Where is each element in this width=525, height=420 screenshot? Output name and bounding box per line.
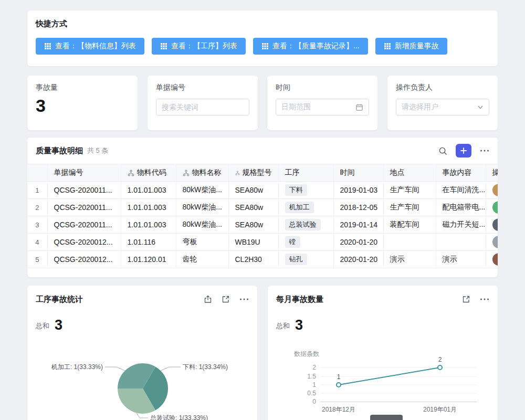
lookup-icon: [235, 170, 240, 176]
quality-dashboard: { "shortcuts": { "title": "快捷方式", "butto…: [0, 0, 525, 420]
pie-leader-line-right: [161, 367, 181, 371]
column-header-time: 时间: [333, 164, 383, 182]
column-header-label: 物料名称: [192, 168, 222, 177]
cell-operator: [486, 234, 498, 251]
accident-detail-card: 质量事故明细 共 5 条 单据编号 物料代码: [27, 138, 498, 277]
more-actions-button[interactable]: [480, 298, 489, 301]
expand-icon: [462, 295, 470, 303]
pie-chart-title: 工序事故统计: [36, 295, 83, 304]
y-tick: 0.5: [307, 390, 316, 397]
pie-label-bottom: 总装试验: 1(33.33%): [150, 414, 208, 420]
process-tag: 下料: [285, 184, 307, 196]
row-index: 1: [27, 182, 47, 199]
date-range-placeholder: 日期范围: [281, 102, 311, 112]
avatar: [492, 184, 498, 196]
table-row[interactable]: 4 QCSG-2020012... 1.01.116 弯板 WB19U 镗 20…: [27, 234, 498, 251]
doc-no-filter-label: 单据编号: [156, 83, 249, 92]
shortcut-button-label: 查看：【物料信息】列表: [55, 41, 136, 51]
table-header-row: 单据编号 物料代码 物料名称 规格型号 工序 时间 地点 事故内容 操作负责人: [27, 164, 498, 182]
cell-doc-no: QCSG-2020012...: [47, 251, 121, 268]
process-tag: 总装试验: [285, 219, 321, 230]
grid-icon: [261, 43, 269, 50]
time-filter-card: 时间 日期范围: [267, 76, 377, 130]
chart-footer-pill[interactable]: [370, 415, 403, 420]
cell-process: 钻孔: [278, 251, 333, 268]
operator-select[interactable]: 请选择用户: [396, 99, 489, 116]
cell-material-name: 80kW柴油...: [176, 199, 228, 216]
lookup-icon: [183, 170, 190, 176]
search-icon: [438, 146, 447, 155]
column-header-label: 操作负责人: [492, 168, 498, 177]
column-header-operator: 操作负责人: [486, 164, 498, 182]
pie-card-toolbar: [204, 295, 249, 303]
column-header-content: 事故内容: [436, 164, 486, 182]
data-point-1[interactable]: [337, 383, 341, 387]
line-card-toolbar: [462, 295, 489, 303]
column-header-label: 时间: [340, 168, 355, 177]
table-toolbar: [438, 144, 489, 158]
table-title: 质量事故明细: [36, 146, 83, 156]
more-actions-button[interactable]: [480, 149, 489, 152]
y-tick: 0: [312, 398, 316, 405]
table-row[interactable]: 5 QCSG-2020012... 1.01.120.01 齿轮 CL2H30 …: [27, 251, 498, 268]
cell-material-code: 1.01.01.003: [121, 216, 176, 234]
cell-material-code: 1.01.01.003: [121, 199, 176, 216]
line-chart-title: 每月事故数量: [276, 295, 323, 304]
shortcut-button-label: 新增质量事故: [395, 41, 439, 51]
process-accident-stats-card: 工序事故统计 总和 3 机加工: 1(33.33%) 下料: 1(33.34%)…: [27, 286, 257, 420]
cell-doc-no: QCSG-2020011...: [47, 182, 121, 199]
doc-no-filter-card: 单据编号: [148, 76, 258, 130]
avatar: [492, 201, 498, 214]
column-header-label: 事故内容: [443, 168, 472, 177]
grid-icon: [384, 43, 391, 50]
monthly-accident-count-card: 每月事故数量 总和 3 数据条数 2 1.5 1 0.5 0 1 2 2018年…: [268, 286, 498, 420]
shortcut-button-new-accident[interactable]: 新增质量事故: [375, 38, 447, 55]
cell-operator: [486, 182, 498, 199]
pie-leader-line-left: [105, 367, 125, 371]
more-icon: [480, 298, 489, 301]
cell-material-name: 80kW柴油...: [176, 216, 228, 234]
shortcut-button-process-list[interactable]: 查看：【工序】列表: [152, 38, 246, 55]
date-range-field[interactable]: 日期范围: [276, 99, 369, 116]
more-actions-button[interactable]: [239, 298, 249, 301]
data-point-2[interactable]: [438, 365, 442, 370]
shortcuts-title: 快捷方式: [36, 19, 489, 29]
expand-button[interactable]: [222, 295, 230, 303]
data-label-2: 2: [438, 356, 442, 363]
cell-place: 生产车间: [383, 182, 436, 199]
table-row[interactable]: 3 QCSG-2020011... 1.01.01.003 80kW柴油... …: [27, 216, 498, 234]
y-axis-title: 数据条数: [294, 350, 319, 358]
row-index: 2: [27, 199, 47, 216]
cell-process: 总装试验: [278, 216, 333, 234]
line-card-header: 每月事故数量: [268, 286, 498, 313]
doc-no-search-field[interactable]: [156, 99, 249, 116]
table-row[interactable]: 1 QCSG-2020011... 1.01.01.003 80kW柴油... …: [27, 182, 498, 199]
cell-process: 机加工: [278, 199, 333, 216]
doc-no-search-input[interactable]: [162, 103, 244, 111]
cell-spec-model: WB19U: [228, 234, 278, 251]
line-total-value: 3: [295, 317, 303, 333]
more-icon: [239, 298, 249, 301]
plus-icon: [460, 148, 467, 154]
cell-operator: [486, 199, 498, 216]
cell-spec-model: SEA80w: [228, 182, 278, 199]
table-scroll-area[interactable]: 单据编号 物料代码 物料名称 规格型号 工序 时间 地点 事故内容 操作负责人 …: [27, 164, 498, 277]
search-button[interactable]: [438, 146, 447, 155]
y-tick: 2: [312, 364, 316, 371]
table-row[interactable]: 2 QCSG-2020011... 1.01.01.003 80kW柴油... …: [27, 199, 498, 216]
avatar: [492, 236, 498, 248]
shortcut-button-material-list[interactable]: 查看：【物料信息】列表: [36, 38, 144, 55]
pie-total-row: 总和 3: [27, 313, 257, 333]
cell-material-name: 齿轮: [176, 251, 228, 268]
column-header-label: 工序: [285, 168, 300, 177]
export-button[interactable]: [204, 295, 212, 303]
x-tick: 2019年01月: [423, 406, 457, 413]
expand-button[interactable]: [462, 295, 470, 303]
table-count: 共 5 条: [87, 146, 108, 155]
shortcut-button-accident-records[interactable]: 查看：【质量事故记录】...: [253, 38, 368, 55]
lookup-icon: [128, 170, 134, 176]
accident-count-label: 事故量: [36, 83, 129, 92]
add-record-button[interactable]: [456, 144, 471, 158]
cell-content: 演示: [436, 251, 486, 268]
data-label-1: 1: [337, 373, 341, 381]
